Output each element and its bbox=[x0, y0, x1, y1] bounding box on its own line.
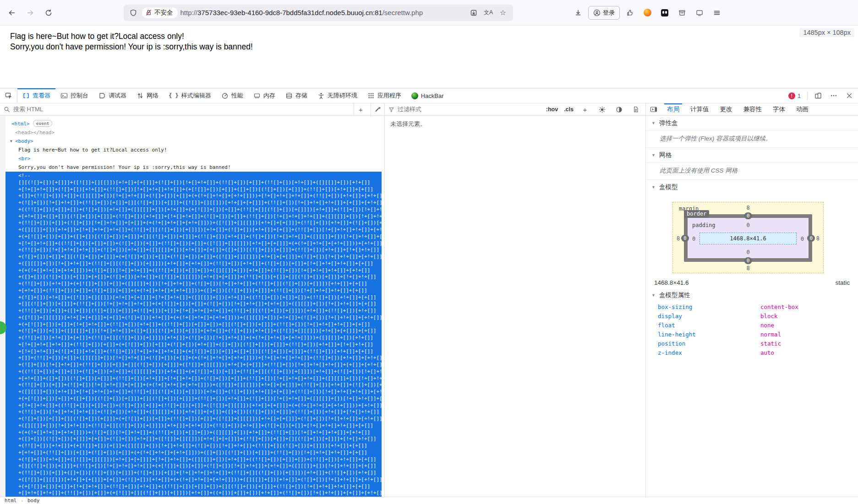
expander-icon: ▼ bbox=[651, 293, 656, 298]
urlbar-actions: 文A ☆ bbox=[467, 6, 509, 19]
url-host: 375733ec-93eb-4160-9dc8-7bdd5fa31dcf.nod… bbox=[197, 9, 383, 16]
url-path: /secrettw.php bbox=[383, 9, 423, 16]
back-icon bbox=[8, 9, 16, 16]
tab-performance[interactable]: 性能 bbox=[216, 88, 248, 103]
tab-inspector[interactable]: 查看器 bbox=[17, 88, 55, 103]
element-position: static bbox=[835, 279, 850, 286]
class-toggle-button[interactable]: .cls bbox=[563, 106, 575, 113]
tab-animations[interactable]: 动画 bbox=[791, 103, 814, 115]
margin-left-value[interactable]: 8 bbox=[677, 235, 680, 242]
margin-top-value[interactable]: 8 bbox=[746, 205, 749, 211]
markup-gutter bbox=[0, 116, 5, 497]
debugger-icon bbox=[98, 92, 106, 99]
bookmark-button[interactable]: ☆ bbox=[497, 6, 509, 19]
chevron-right-icon: › bbox=[21, 499, 23, 503]
downloads-button[interactable] bbox=[571, 5, 585, 20]
dark-theme-button[interactable] bbox=[612, 103, 626, 115]
tab-changes[interactable]: 更改 bbox=[715, 103, 738, 115]
border-right-value[interactable]: 0 bbox=[807, 235, 815, 242]
container-button[interactable] bbox=[675, 5, 689, 20]
boxmodel-props-header[interactable]: ▼ 盒模型属性 bbox=[646, 290, 858, 303]
add-node-button[interactable]: + bbox=[354, 103, 367, 115]
tab-layout[interactable]: 布局 bbox=[661, 103, 685, 115]
tab-computed[interactable]: 计算值 bbox=[685, 103, 715, 115]
margin-bottom-value[interactable]: 8 bbox=[746, 265, 749, 271]
translate-button[interactable]: 文A bbox=[482, 6, 495, 19]
error-count-button[interactable]: ! 1 bbox=[786, 92, 803, 99]
new-rule-button[interactable]: + bbox=[578, 103, 592, 115]
sidebar-toggle-button[interactable] bbox=[646, 103, 661, 115]
security-chip[interactable]: 不安全 bbox=[142, 7, 178, 18]
devtools-menu-button[interactable] bbox=[827, 90, 841, 102]
save-page-icon bbox=[470, 9, 477, 16]
node-picker-button[interactable] bbox=[0, 88, 17, 103]
tree-text-node-2[interactable]: Sorry,you don't have permission! Your ip… bbox=[5, 163, 384, 172]
tree-node-head[interactable]: <head></head> bbox=[5, 128, 384, 137]
url-bar[interactable]: 不安全 http://375733ec-93eb-4160-9dc8-7bdd5… bbox=[124, 5, 513, 21]
url-text[interactable]: http://375733ec-93eb-4160-9dc8-7bdd5fa31… bbox=[180, 9, 465, 16]
flexbox-section-header[interactable]: ▼ 弹性盒 bbox=[646, 116, 858, 131]
print-sim-button[interactable] bbox=[629, 103, 643, 115]
tab-network[interactable]: 网络 bbox=[131, 88, 164, 103]
save-page-button[interactable] bbox=[467, 6, 480, 19]
event-badge[interactable]: event bbox=[33, 120, 53, 127]
tab-style-editor[interactable]: { } 样式编辑器 bbox=[164, 88, 216, 103]
prop-row-box-sizing: box-sizing content-box bbox=[646, 303, 858, 312]
devtools-close-button[interactable] bbox=[842, 90, 856, 102]
tab-debugger[interactable]: 调试器 bbox=[93, 88, 131, 103]
app-menu-button[interactable] bbox=[710, 5, 724, 20]
html-search-bar[interactable]: 搜索 HTML + bbox=[0, 103, 385, 115]
forward-button[interactable] bbox=[23, 5, 38, 20]
eyedropper-button[interactable] bbox=[371, 103, 384, 115]
selected-comment-node[interactable]: <!-- [][(![]+[])[+[]]]+([![]]+[][[]])[+!… bbox=[5, 172, 382, 497]
padding-bottom-value[interactable]: 0 bbox=[746, 249, 749, 255]
extension-tampermonkey-button[interactable] bbox=[657, 5, 672, 20]
breadcrumb-body[interactable]: body bbox=[27, 498, 40, 504]
style-filter-bar[interactable]: 过滤样式 :hov .cls + bbox=[385, 103, 646, 115]
boxmodel-section-header[interactable]: ▼ 盒模型 bbox=[646, 180, 858, 195]
tab-application[interactable]: 应用程序 bbox=[362, 88, 406, 103]
responsive-mode-button[interactable] bbox=[811, 90, 825, 102]
pseudo-class-button[interactable]: :hov bbox=[545, 106, 559, 113]
tab-accessibility[interactable]: 无障碍环境 bbox=[312, 88, 362, 103]
tab-hackbar[interactable]: HackBar bbox=[406, 88, 449, 103]
translate-icon: 文A bbox=[484, 9, 493, 16]
page-content: Flag is here~But how to get it?Local acc… bbox=[0, 26, 858, 88]
prop-row-z-index: z-index auto bbox=[646, 348, 858, 358]
tab-console[interactable]: 控制台 bbox=[55, 88, 93, 103]
shield-icon[interactable] bbox=[127, 7, 139, 19]
extension-thumb-button[interactable] bbox=[623, 5, 637, 20]
padding-left-value[interactable]: 0 bbox=[692, 236, 695, 242]
tab-fonts[interactable]: 字体 bbox=[767, 103, 791, 115]
tree-node-br[interactable]: <br> bbox=[5, 154, 384, 163]
sidebar-tabbar: 布局 计算值 更改 兼容性 字体 动画 bbox=[646, 103, 858, 115]
flexbox-note: 选择一个弹性 (Flex) 容器或项目以继续。 bbox=[646, 131, 858, 148]
tree-node-body[interactable]: ▼<body> bbox=[5, 137, 384, 146]
sign-in-button[interactable]: 登录 bbox=[588, 6, 620, 20]
hackbar-icon bbox=[411, 92, 418, 99]
border-bottom-value[interactable]: 0 bbox=[744, 257, 752, 264]
grid-section-header[interactable]: ▼ 网格 bbox=[646, 148, 858, 163]
screenshots-button[interactable] bbox=[692, 5, 707, 20]
tab-compatibility[interactable]: 兼容性 bbox=[738, 103, 768, 115]
border-top-value[interactable]: 0 bbox=[744, 212, 752, 219]
tree-text-node-1[interactable]: Flag is here~But how to get it?Local acc… bbox=[5, 146, 384, 154]
tab-memory[interactable]: 内存 bbox=[248, 88, 280, 103]
margin-right-value[interactable]: 8 bbox=[816, 235, 820, 242]
tree-node-html[interactable]: <html>event bbox=[5, 119, 384, 128]
border-left-value[interactable]: 0 bbox=[681, 235, 689, 242]
padding-right-value[interactable]: 0 bbox=[801, 236, 804, 242]
reload-button[interactable] bbox=[41, 5, 56, 20]
content-box-size[interactable]: 1468.8×41.6 bbox=[700, 233, 797, 244]
padding-top-value[interactable]: 0 bbox=[746, 222, 749, 228]
extension-orange-button[interactable] bbox=[640, 5, 655, 20]
console-icon bbox=[60, 92, 68, 99]
box-model-diagram[interactable]: margin 8 8 8 8 border 0 0 0 0 padding 0 … bbox=[672, 202, 824, 273]
breadcrumb-html[interactable]: html bbox=[5, 498, 17, 504]
toolbar-right: 登录 bbox=[571, 5, 724, 20]
expander-icon[interactable]: ▼ bbox=[10, 137, 12, 146]
back-button[interactable] bbox=[5, 5, 19, 20]
tab-storage[interactable]: 存储 bbox=[280, 88, 312, 103]
light-theme-button[interactable] bbox=[595, 103, 609, 115]
url-scheme: http:// bbox=[180, 9, 198, 16]
